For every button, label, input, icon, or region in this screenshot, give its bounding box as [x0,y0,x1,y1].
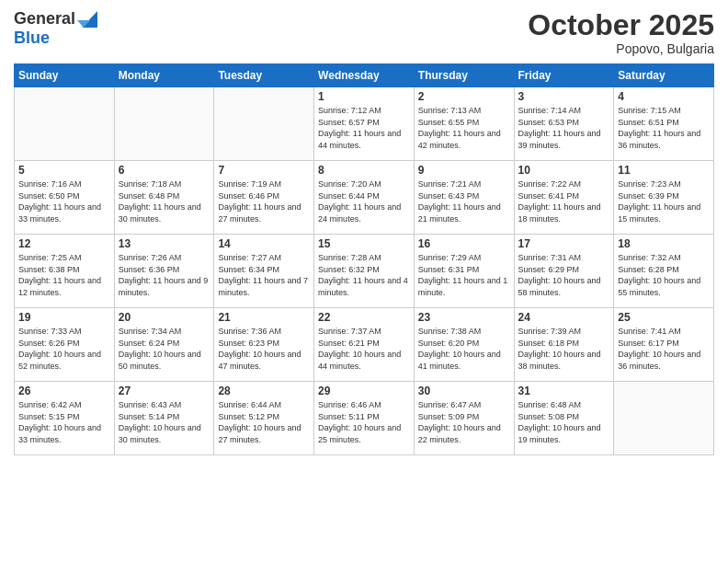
day-number: 20 [119,311,210,324]
day-info: Sunrise: 6:47 AM Sunset: 5:09 PM Dayligh… [418,399,510,445]
calendar-cell: 4Sunrise: 7:15 AM Sunset: 6:51 PM Daylig… [614,87,714,161]
day-info: Sunrise: 7:23 AM Sunset: 6:39 PM Dayligh… [618,178,710,224]
day-number: 29 [318,385,410,397]
day-info: Sunrise: 7:20 AM Sunset: 6:44 PM Dayligh… [318,178,410,224]
day-number: 6 [119,164,210,177]
day-info: Sunrise: 7:33 AM Sunset: 6:26 PM Dayligh… [18,326,110,372]
day-number: 11 [618,164,710,177]
day-info: Sunrise: 6:48 AM Sunset: 5:08 PM Dayligh… [518,399,610,445]
calendar-cell: 14Sunrise: 7:27 AM Sunset: 6:34 PM Dayli… [214,235,314,308]
day-number: 8 [318,164,410,177]
day-info: Sunrise: 6:43 AM Sunset: 5:14 PM Dayligh… [119,399,210,445]
day-info: Sunrise: 7:29 AM Sunset: 6:31 PM Dayligh… [418,252,510,298]
day-info: Sunrise: 7:25 AM Sunset: 6:38 PM Dayligh… [18,252,110,298]
day-number: 15 [318,237,410,250]
day-number: 7 [218,164,310,177]
day-info: Sunrise: 7:16 AM Sunset: 6:50 PM Dayligh… [18,178,110,224]
day-number: 22 [318,311,410,324]
day-number: 30 [418,385,510,397]
calendar-cell: 3Sunrise: 7:14 AM Sunset: 6:53 PM Daylig… [514,87,614,161]
day-info: Sunrise: 7:37 AM Sunset: 6:21 PM Dayligh… [318,326,410,372]
day-number: 5 [18,164,110,177]
day-number: 3 [518,90,610,103]
calendar-cell: 19Sunrise: 7:33 AM Sunset: 6:26 PM Dayli… [15,308,115,382]
header-thursday: Thursday [414,64,514,87]
calendar-table: Sunday Monday Tuesday Wednesday Thursday… [14,63,714,455]
header-tuesday: Tuesday [214,64,314,87]
day-number: 10 [518,164,610,177]
header-saturday: Saturday [614,64,714,87]
day-info: Sunrise: 7:36 AM Sunset: 6:23 PM Dayligh… [218,326,310,372]
day-info: Sunrise: 6:46 AM Sunset: 5:11 PM Dayligh… [318,399,410,445]
day-info: Sunrise: 7:12 AM Sunset: 6:57 PM Dayligh… [318,105,410,151]
day-info: Sunrise: 7:38 AM Sunset: 6:20 PM Dayligh… [418,326,510,372]
calendar-cell: 5Sunrise: 7:16 AM Sunset: 6:50 PM Daylig… [15,161,115,235]
day-number: 13 [119,237,210,250]
calendar-cell: 2Sunrise: 7:13 AM Sunset: 6:55 PM Daylig… [414,87,514,161]
day-number: 16 [418,237,510,250]
day-number: 27 [119,385,210,397]
calendar-cell: 8Sunrise: 7:20 AM Sunset: 6:44 PM Daylig… [314,161,415,235]
day-number: 9 [418,164,510,177]
day-number: 12 [18,237,110,250]
calendar-week-row: 12Sunrise: 7:25 AM Sunset: 6:38 PM Dayli… [15,235,714,308]
calendar-cell: 1Sunrise: 7:12 AM Sunset: 6:57 PM Daylig… [314,87,415,161]
day-info: Sunrise: 7:28 AM Sunset: 6:32 PM Dayligh… [318,252,410,298]
day-info: Sunrise: 6:42 AM Sunset: 5:15 PM Dayligh… [18,399,110,445]
calendar-cell [15,87,115,161]
location-subtitle: Popovo, Bulgaria [528,41,714,56]
logo: General Blue [14,9,97,48]
day-number: 21 [218,311,310,324]
calendar-cell: 22Sunrise: 7:37 AM Sunset: 6:21 PM Dayli… [314,308,415,382]
calendar-cell: 30Sunrise: 6:47 AM Sunset: 5:09 PM Dayli… [414,382,514,455]
calendar-cell: 26Sunrise: 6:42 AM Sunset: 5:15 PM Dayli… [15,382,115,455]
logo-icon [77,11,97,28]
logo-general-text: General [14,9,75,29]
day-number: 26 [18,385,110,397]
day-info: Sunrise: 7:34 AM Sunset: 6:24 PM Dayligh… [119,326,210,372]
header-friday: Friday [514,64,614,87]
calendar-cell: 29Sunrise: 6:46 AM Sunset: 5:11 PM Dayli… [314,382,415,455]
day-number: 31 [518,385,610,397]
calendar-cell: 15Sunrise: 7:28 AM Sunset: 6:32 PM Dayli… [314,235,415,308]
day-info: Sunrise: 7:15 AM Sunset: 6:51 PM Dayligh… [618,105,710,151]
day-number: 17 [518,237,610,250]
calendar-cell: 31Sunrise: 6:48 AM Sunset: 5:08 PM Dayli… [514,382,614,455]
day-number: 1 [318,90,410,103]
day-number: 24 [518,311,610,324]
calendar-cell: 23Sunrise: 7:38 AM Sunset: 6:20 PM Dayli… [414,308,514,382]
day-number: 4 [618,90,710,103]
month-title: October 2025 [528,9,714,41]
day-info: Sunrise: 6:44 AM Sunset: 5:12 PM Dayligh… [218,399,310,445]
day-number: 2 [418,90,510,103]
calendar-cell: 13Sunrise: 7:26 AM Sunset: 6:36 PM Dayli… [114,235,214,308]
day-number: 23 [418,311,510,324]
header-wednesday: Wednesday [314,64,415,87]
calendar-cell: 17Sunrise: 7:31 AM Sunset: 6:29 PM Dayli… [514,235,614,308]
header: General Blue October 2025 Popovo, Bulgar… [14,9,714,56]
day-info: Sunrise: 7:32 AM Sunset: 6:28 PM Dayligh… [618,252,710,298]
calendar-cell: 27Sunrise: 6:43 AM Sunset: 5:14 PM Dayli… [114,382,214,455]
calendar-cell [614,382,714,455]
logo-blue-text: Blue [14,29,50,48]
day-info: Sunrise: 7:13 AM Sunset: 6:55 PM Dayligh… [418,105,510,151]
day-info: Sunrise: 7:41 AM Sunset: 6:17 PM Dayligh… [618,326,710,372]
calendar-cell: 9Sunrise: 7:21 AM Sunset: 6:43 PM Daylig… [414,161,514,235]
calendar-cell: 20Sunrise: 7:34 AM Sunset: 6:24 PM Dayli… [114,308,214,382]
day-number: 14 [218,237,310,250]
day-info: Sunrise: 7:18 AM Sunset: 6:48 PM Dayligh… [119,178,210,224]
calendar-week-row: 19Sunrise: 7:33 AM Sunset: 6:26 PM Dayli… [15,308,714,382]
day-info: Sunrise: 7:26 AM Sunset: 6:36 PM Dayligh… [119,252,210,298]
calendar-cell: 7Sunrise: 7:19 AM Sunset: 6:46 PM Daylig… [214,161,314,235]
weekday-header-row: Sunday Monday Tuesday Wednesday Thursday… [15,64,714,87]
calendar-cell: 24Sunrise: 7:39 AM Sunset: 6:18 PM Dayli… [514,308,614,382]
day-info: Sunrise: 7:22 AM Sunset: 6:41 PM Dayligh… [518,178,610,224]
calendar-cell: 12Sunrise: 7:25 AM Sunset: 6:38 PM Dayli… [15,235,115,308]
calendar-cell: 16Sunrise: 7:29 AM Sunset: 6:31 PM Dayli… [414,235,514,308]
calendar-cell [114,87,214,161]
day-info: Sunrise: 7:27 AM Sunset: 6:34 PM Dayligh… [218,252,310,298]
calendar-cell: 18Sunrise: 7:32 AM Sunset: 6:28 PM Dayli… [614,235,714,308]
calendar-week-row: 5Sunrise: 7:16 AM Sunset: 6:50 PM Daylig… [15,161,714,235]
calendar-cell: 6Sunrise: 7:18 AM Sunset: 6:48 PM Daylig… [114,161,214,235]
page: General Blue October 2025 Popovo, Bulgar… [0,0,728,563]
